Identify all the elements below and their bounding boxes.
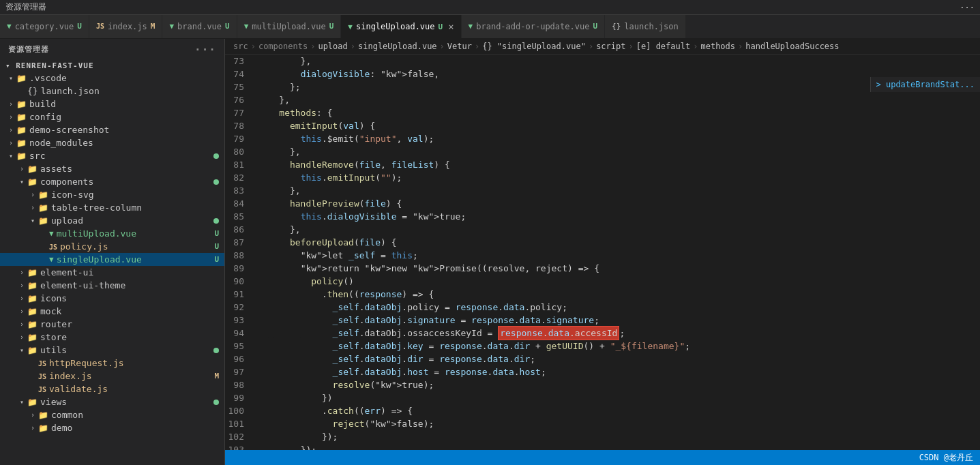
tab-badge-m: M	[151, 22, 155, 31]
code-line: resolve("kw">true);	[258, 378, 980, 391]
tree-label: icons	[40, 293, 224, 303]
sidebar-item-icons[interactable]: ›📁icons	[0, 292, 224, 305]
badge-dot	[213, 153, 219, 159]
breadcrumb-item-2: components	[258, 42, 308, 51]
code-text: _self.dataObj.policy = response.data.pol…	[258, 301, 567, 314]
tree-label: icon-svg	[51, 190, 224, 200]
tree-arrow: ›	[16, 320, 27, 328]
tree-label: src	[29, 151, 213, 161]
line-number: 99	[225, 391, 250, 404]
sidebar-item-utils[interactable]: ▾📁utils	[0, 344, 224, 357]
code-lines[interactable]: }, dialogVisible: "kw">false, }; }, meth…	[258, 55, 980, 450]
sidebar-item-upload[interactable]: ▾📁upload	[0, 214, 224, 227]
breadcrumb-item-18: handleUploadSuccess	[745, 42, 839, 51]
line-number: 74	[225, 68, 250, 80]
tree-arrow: ›	[16, 295, 27, 302]
line-number: 96	[225, 352, 250, 365]
tab-close-button[interactable]: ×	[448, 21, 454, 32]
tab-badge-u: U	[593, 22, 597, 31]
breadcrumb-item-16: methods	[700, 42, 735, 51]
tree-label: config	[29, 112, 224, 122]
sidebar-item-src[interactable]: ▾📁src	[0, 149, 224, 162]
code-line: this.emitInput("");	[258, 171, 980, 184]
sidebar-item-common[interactable]: ›📁common	[0, 408, 224, 421]
tree-arrow: ›	[27, 411, 38, 419]
tab-launch[interactable]: {}launch.json	[605, 15, 686, 38]
tree-label: router	[40, 319, 224, 329]
sidebar-item-icon-svg[interactable]: ›📁icon-svg	[0, 188, 224, 201]
tab-brand-add[interactable]: ▼brand-add-or-update.vueU	[462, 15, 605, 38]
breadcrumb-item-12: script	[596, 42, 625, 51]
code-line: policy()	[258, 275, 980, 288]
line-number: 91	[225, 288, 250, 301]
tree-arrow: ›	[5, 126, 16, 134]
tree-label: common	[51, 410, 224, 420]
tab-multiUpload[interactable]: ▼multiUpload.vueU	[237, 15, 342, 38]
tree-label: element-ui-theme	[40, 280, 224, 290]
sidebar-item-build[interactable]: ›📁build	[0, 97, 224, 110]
tree-label: upload	[51, 215, 213, 226]
right-panel-hint[interactable]: > updateBrandStat...	[870, 77, 981, 92]
sidebar-item-element-ui[interactable]: ›📁element-ui	[0, 266, 224, 279]
tree-label: table-tree-column	[51, 202, 224, 213]
sidebar-item-demo[interactable]: ›📁demo	[0, 421, 224, 434]
sidebar-item-mock[interactable]: ›📁mock	[0, 305, 224, 318]
tab-index-js[interactable]: JSindex.jsM	[89, 15, 162, 38]
line-number: 95	[225, 340, 250, 352]
sidebar-item-httprequest-js[interactable]: JShttpRequest.js	[0, 357, 224, 370]
breadcrumb-item-11: ›	[589, 42, 593, 51]
sidebar-item-index-js[interactable]: JSindex.jsM	[0, 370, 224, 382]
folder-icon: 📁	[38, 203, 48, 213]
tab-icon-vue: ▼	[469, 22, 473, 31]
sidebar-item--vscode[interactable]: ▾📁.vscode	[0, 72, 224, 85]
tab-singleUpload[interactable]: ▼singleUpload.vueU×	[341, 15, 461, 38]
breadcrumb-item-15: ›	[693, 42, 698, 51]
tab-label: brand-add-or-update.vue	[476, 22, 589, 31]
sidebar-item-node-modules[interactable]: ›📁node_modules	[0, 136, 224, 149]
sidebar-item-policy-js[interactable]: JSpolicy.jsU	[0, 240, 224, 253]
sidebar-more-button[interactable]: ···	[194, 43, 216, 56]
tab-icon-vue: ▼	[169, 22, 174, 31]
tab-bar: ▼category.vueUJSindex.jsM▼brand.vueU▼mul…	[0, 15, 980, 39]
tab-brand[interactable]: ▼brand.vueU	[162, 15, 237, 38]
sidebar-item-element-ui-theme[interactable]: ›📁element-ui-theme	[0, 279, 224, 292]
breadcrumb-item-14: [e] default	[636, 42, 690, 51]
folder-icon: 📁	[16, 112, 27, 122]
tree-label: validate.js	[49, 384, 224, 394]
breadcrumb-item-5: ›	[351, 42, 355, 51]
sidebar-root[interactable]: ▾ RENREN-FAST-VUE	[0, 60, 224, 72]
sidebar-item-launch-json[interactable]: {}launch.json	[0, 85, 224, 97]
sidebar-item-multiupload-vue[interactable]: ▼multiUpload.vueU	[0, 227, 224, 240]
title-dots[interactable]: ···	[960, 3, 975, 12]
line-number: 76	[225, 93, 250, 106]
tree-label: policy.js	[60, 241, 214, 252]
tab-badge-u: U	[225, 22, 230, 31]
tree-arrow: ›	[5, 100, 16, 108]
code-line: this.dialogVisible = "kw">true;	[258, 210, 980, 223]
sidebar-item-store[interactable]: ›📁store	[0, 331, 224, 344]
sidebar-item-demo-screenshot[interactable]: ›📁demo-screenshot	[0, 123, 224, 136]
code-text: this.emitInput("");	[258, 171, 402, 184]
line-number: 100	[225, 404, 250, 417]
code-text: },	[258, 145, 301, 158]
tree-label: components	[40, 177, 213, 187]
breadcrumb: src›components›upload›singleUpload.vue›V…	[225, 39, 980, 55]
code-line: handleRemove(file, fileList) {	[258, 158, 980, 171]
sidebar-tree: ▾ RENREN-FAST-VUE▾📁.vscode{}launch.json›…	[0, 60, 224, 465]
code-container: 7374757677787980818283848586878889909192…	[225, 55, 980, 450]
folder-icon: 📁	[27, 397, 38, 407]
sidebar-item-singleupload-vue[interactable]: ▼singleUpload.vueU	[0, 253, 224, 266]
sidebar-item-validate-js[interactable]: JSvalidate.js	[0, 382, 224, 395]
js-icon: JS	[38, 358, 46, 368]
sidebar-item-table-tree-column[interactable]: ›📁table-tree-column	[0, 201, 224, 214]
line-number: 77	[225, 106, 250, 119]
sidebar-item-views[interactable]: ▾📁views	[0, 395, 224, 408]
sidebar-item-components[interactable]: ▾📁components	[0, 175, 224, 188]
tab-category[interactable]: ▼category.vueU	[0, 15, 89, 38]
folder-icon: 📁	[27, 294, 38, 303]
sidebar-item-router[interactable]: ›📁router	[0, 318, 224, 331]
sidebar-item-config[interactable]: ›📁config	[0, 110, 224, 123]
sidebar-item-assets[interactable]: ›📁assets	[0, 162, 224, 175]
line-number: 79	[225, 132, 250, 145]
title-label: 资源管理器	[5, 1, 46, 13]
